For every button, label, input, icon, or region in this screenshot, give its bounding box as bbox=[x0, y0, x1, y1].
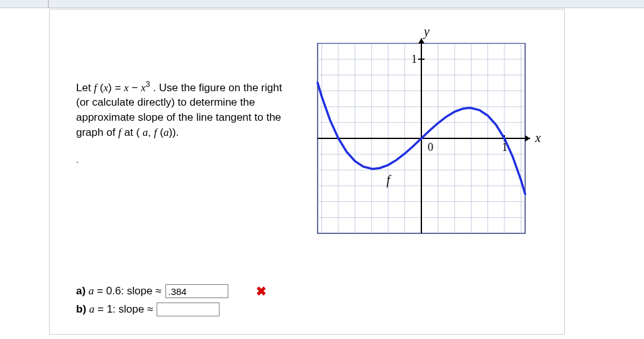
content-row: Let f (x) = x − x3 . Use the figure on t… bbox=[76, 22, 553, 237]
svg-marker-28 bbox=[525, 135, 530, 142]
page-root: Let f (x) = x − x3 . Use the figure on t… bbox=[0, 0, 644, 339]
svg-text:y: y bbox=[423, 26, 430, 39]
svg-text:0: 0 bbox=[428, 141, 433, 153]
decorative-dot: . bbox=[76, 154, 296, 167]
graph-column: yx011f bbox=[301, 22, 550, 237]
answer-a-label: a) a = 0.6: slope ≈ bbox=[76, 285, 162, 297]
function-graph: yx011f bbox=[306, 26, 550, 237]
problem-card: Let f (x) = x − x3 . Use the figure on t… bbox=[49, 9, 565, 335]
window-chrome-bar bbox=[0, 0, 644, 8]
answer-b-input[interactable] bbox=[157, 303, 219, 316]
answer-b-label: b) a = 1: slope ≈ bbox=[76, 303, 153, 316]
answers-block: a) a = 0.6: slope ≈ ✖ b) a = 1: slope ≈ bbox=[76, 284, 553, 316]
svg-text:1: 1 bbox=[502, 141, 508, 153]
answer-a-input[interactable] bbox=[165, 284, 228, 298]
svg-text:1: 1 bbox=[411, 53, 417, 65]
answer-row-b: b) a = 1: slope ≈ bbox=[76, 303, 553, 316]
problem-text-column: Let f (x) = x − x3 . Use the figure on t… bbox=[76, 22, 296, 166]
svg-text:x: x bbox=[535, 131, 541, 145]
problem-statement: Let f (x) = x − x3 . Use the figure on t… bbox=[76, 79, 296, 140]
svg-marker-29 bbox=[418, 38, 425, 43]
incorrect-icon: ✖ bbox=[256, 284, 267, 299]
answer-row-a: a) a = 0.6: slope ≈ ✖ bbox=[76, 284, 553, 299]
chrome-divider bbox=[48, 0, 49, 8]
